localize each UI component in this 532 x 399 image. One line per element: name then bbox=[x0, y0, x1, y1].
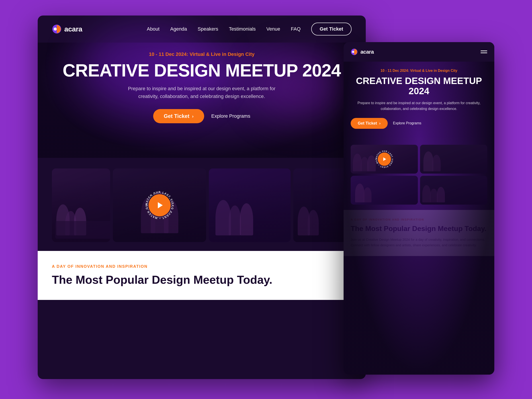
nav-testimonials[interactable]: Testimonials bbox=[229, 26, 256, 32]
gallery-image-1 bbox=[52, 168, 110, 242]
mobile-image-grid: WATCH OUR LAST VIDEO EVENT • WATCH bbox=[344, 145, 494, 205]
play-button[interactable]: WATCH OUR LAST VIDEO EVENT • WATCH OUR L… bbox=[149, 194, 171, 216]
mobile-hero-subtitle: Prepare to inspire and be inspired at ou… bbox=[351, 100, 487, 112]
mobile-explore-button[interactable]: Explore Programs bbox=[393, 121, 421, 125]
hamburger-line-2 bbox=[481, 52, 487, 53]
hero-subtitle: Prepare to inspire and be inspired at ou… bbox=[117, 85, 286, 100]
desktop-nav-links: About Agenda Speakers Testimonials Venue… bbox=[147, 23, 352, 35]
mobile-gallery-image-1: WATCH OUR LAST VIDEO EVENT • WATCH bbox=[351, 145, 418, 174]
hero-date: 10 - 11 Dec 2024: Virtual & Live in Desi… bbox=[52, 51, 352, 57]
image-gallery: WATCH OUR LAST VIDEO EVENT • WATCH OUR L… bbox=[38, 158, 366, 242]
mobile-gallery-image-2 bbox=[420, 145, 487, 174]
mobile-hero-date: 10 - 11 Dec 2024: Virtual & Live in Desi… bbox=[351, 69, 487, 73]
mobile-nav: acara bbox=[344, 42, 494, 62]
logo-icon bbox=[52, 24, 62, 34]
gallery-image-4 bbox=[293, 168, 352, 242]
desktop-section-title: The Most Popular Design Meetup Today. bbox=[52, 273, 352, 287]
mobile-section-text: Join us at Creative Design Meetup 2024 f… bbox=[351, 237, 487, 248]
nav-venue[interactable]: Venue bbox=[266, 26, 280, 32]
hero-get-ticket-button[interactable]: Get Ticket › bbox=[153, 109, 204, 123]
mobile-gallery-image-4 bbox=[420, 176, 487, 205]
nav-get-ticket-button[interactable]: Get Ticket bbox=[311, 23, 352, 35]
arrow-icon: › bbox=[192, 114, 194, 119]
mobile-get-ticket-button[interactable]: Get Ticket › bbox=[351, 118, 388, 129]
hamburger-line-1 bbox=[481, 51, 487, 51]
nav-faq[interactable]: FAQ bbox=[291, 26, 301, 32]
gallery-image-2[interactable]: WATCH OUR LAST VIDEO EVENT • WATCH OUR L… bbox=[113, 168, 206, 242]
svg-point-4 bbox=[352, 51, 354, 53]
desktop-bottom-section: A DAY OF INNOVATION AND INSPIRATION The … bbox=[38, 251, 366, 300]
nav-about[interactable]: About bbox=[147, 26, 160, 32]
hamburger-menu[interactable] bbox=[481, 51, 487, 53]
mobile-section-label: A DAY OF INNOVATION AND INSPIRATION bbox=[351, 218, 487, 221]
mobile-hero: 10 - 11 Dec 2024: Virtual & Live in Desi… bbox=[344, 62, 494, 138]
desktop-nav: acara About Agenda Speakers Testimonials… bbox=[38, 16, 366, 43]
svg-text:WATCH OUR LAST VIDEO EVENT • W: WATCH OUR LAST VIDEO EVENT • WATCH bbox=[375, 149, 393, 168]
mobile-play-button[interactable]: WATCH OUR LAST VIDEO EVENT • WATCH bbox=[378, 152, 391, 166]
hero-title: CREATIVE DESIGN MEETUP 2024 bbox=[52, 61, 352, 80]
desktop-card: acara About Agenda Speakers Testimonials… bbox=[38, 16, 366, 379]
svg-text:WATCH OUR LAST VIDEO EVENT • W: WATCH OUR LAST VIDEO EVENT • WATCH OUR L… bbox=[143, 189, 174, 220]
logo[interactable]: acara bbox=[52, 24, 82, 34]
nav-agenda[interactable]: Agenda bbox=[170, 26, 187, 32]
svg-point-1 bbox=[54, 27, 57, 31]
desktop-hero: 10 - 11 Dec 2024: Virtual & Live in Desi… bbox=[38, 43, 366, 158]
mobile-circular-text: WATCH OUR LAST VIDEO EVENT • WATCH bbox=[375, 149, 394, 169]
logo-text: acara bbox=[64, 25, 82, 33]
mobile-logo-text: acara bbox=[361, 49, 374, 55]
mobile-logo[interactable]: acara bbox=[351, 48, 374, 55]
circular-text-svg: WATCH OUR LAST VIDEO EVENT • WATCH OUR L… bbox=[143, 189, 176, 222]
hero-buttons: Get Ticket › Explore Programs bbox=[52, 109, 352, 123]
desktop-section-label: A DAY OF INNOVATION AND INSPIRATION bbox=[52, 264, 352, 269]
mobile-card: acara 10 - 11 Dec 2024: Virtual & Live i… bbox=[344, 42, 494, 375]
mobile-section-title: The Most Popular Design Meetup Today. bbox=[351, 224, 487, 233]
mobile-gallery-image-3 bbox=[351, 176, 418, 205]
mobile-hero-buttons: Get Ticket › Explore Programs bbox=[351, 118, 487, 129]
mobile-arrow-icon: › bbox=[379, 121, 381, 126]
mobile-hero-title: CREATIVE DESIGN MEETUP 2024 bbox=[351, 76, 487, 96]
gallery-image-3 bbox=[209, 168, 290, 242]
mobile-logo-icon bbox=[351, 48, 358, 55]
hero-explore-button[interactable]: Explore Programs bbox=[211, 113, 250, 119]
mobile-bottom-section: A DAY OF INNOVATION AND INSPIRATION The … bbox=[344, 210, 494, 256]
nav-speakers[interactable]: Speakers bbox=[198, 26, 218, 32]
